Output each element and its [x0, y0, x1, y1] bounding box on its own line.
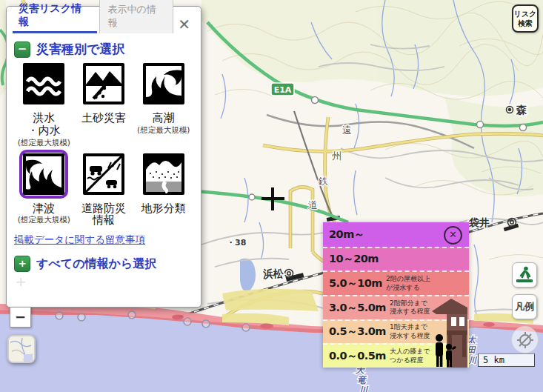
disaster-type-storm-surge[interactable]: 高潮 (想定最大規模) — [133, 59, 193, 148]
legend-row: 20m～ ✕ — [323, 222, 469, 247]
all-info-section-title: すべての情報から選択 — [36, 256, 156, 272]
expand-section-icon[interactable]: ＋ — [14, 256, 30, 272]
overview-map-thumbnail — [9, 336, 34, 362]
location-disabled-icon — [516, 331, 534, 349]
svg-text:川: 川 — [358, 385, 369, 392]
flood-icon — [23, 63, 64, 104]
storm-surge-icon — [143, 63, 184, 104]
tab-disaster-risk-info[interactable]: 災害リスク情報 — [13, 0, 97, 33]
collapse-section-icon[interactable]: − — [14, 41, 30, 58]
svg-text:E1A: E1A — [274, 85, 292, 95]
svg-text:道: 道 — [308, 199, 318, 210]
disaster-type-landslide[interactable]: 土砂災害 — [74, 59, 134, 148]
landform-icon — [143, 153, 184, 195]
panel-content: − 災害種別で選択 洪水 ・内水 (想定最大規模) — [7, 33, 201, 303]
panel-close-icon[interactable]: ✕ — [173, 16, 195, 33]
svg-text:遠: 遠 — [342, 124, 352, 136]
disaster-type-flood[interactable]: 洪水 ・内水 (想定最大規模) — [14, 59, 74, 148]
zoom-in-button-behind-panel: ＋ — [13, 270, 29, 293]
road-disaster-icon — [83, 153, 124, 195]
map-label-hamamatsu: 浜松 — [263, 268, 284, 280]
disaster-type-tsunami[interactable]: 津波 (想定最大規模) — [14, 150, 74, 228]
current-location-button[interactable] — [511, 326, 539, 353]
tsunami-depth-legend: 20m～ ✕ 10～20m 5.0～10m 2階の屋根以上 が浸水する 3.0～… — [323, 222, 469, 368]
legend-row: 5.0～10m 2階の屋根以上 が浸水する — [323, 270, 469, 295]
landslide-icon — [83, 63, 124, 104]
disaster-risk-panel: 災害リスク情報 表示中の情報 ✕ − 災害種別で選択 洪水 ・内水 — [6, 6, 201, 308]
tsunami-icon — [23, 153, 64, 195]
legend-toggle-button[interactable]: 凡例 — [512, 294, 537, 319]
legend-close-icon[interactable]: ✕ — [444, 226, 462, 245]
spot-elevation-label: ・38 — [227, 238, 246, 248]
disaster-type-road-info[interactable]: 道路防災 情報 — [74, 150, 134, 228]
svg-text:鉄: 鉄 — [318, 176, 328, 187]
tab-displayed-info[interactable]: 表示中の情報 — [99, 0, 173, 33]
legend-row: 10～20m — [323, 247, 469, 271]
svg-text:川: 川 — [467, 356, 478, 365]
disaster-type-grid: 洪水 ・内水 (想定最大規模) 土砂災害 — [14, 59, 193, 227]
zoom-out-button[interactable]: − — [10, 307, 31, 328]
map-scale-bar: 5 km — [478, 353, 535, 367]
disaster-section-title: 災害種別で選択 — [36, 41, 124, 58]
panel-tabbar: 災害リスク情報 表示中の情報 ✕ — [7, 7, 201, 33]
map-label-mori: 森 — [516, 104, 527, 116]
house-depth-illustration — [432, 295, 467, 368]
hazard-map-app: E1A 森 袋井 浜松 ・38 遠 州 鉄 道 太 田 川 天 竜 川 — [0, 0, 543, 392]
expressway-badge: E1A — [271, 83, 294, 96]
evacuation-person-icon — [515, 265, 534, 285]
data-notes-link[interactable]: 掲載データに関する留意事項 — [14, 233, 145, 245]
svg-text:州: 州 — [332, 150, 342, 162]
overview-map-button[interactable] — [7, 335, 36, 363]
disaster-type-landform[interactable]: 地形分類 — [133, 150, 193, 228]
risk-search-button[interactable]: リスク 検索 — [512, 4, 539, 33]
evacuation-sites-button[interactable] — [512, 262, 537, 288]
map-label-fukuroi: 袋井 — [468, 216, 490, 228]
svg-text:竜: 竜 — [357, 375, 367, 385]
